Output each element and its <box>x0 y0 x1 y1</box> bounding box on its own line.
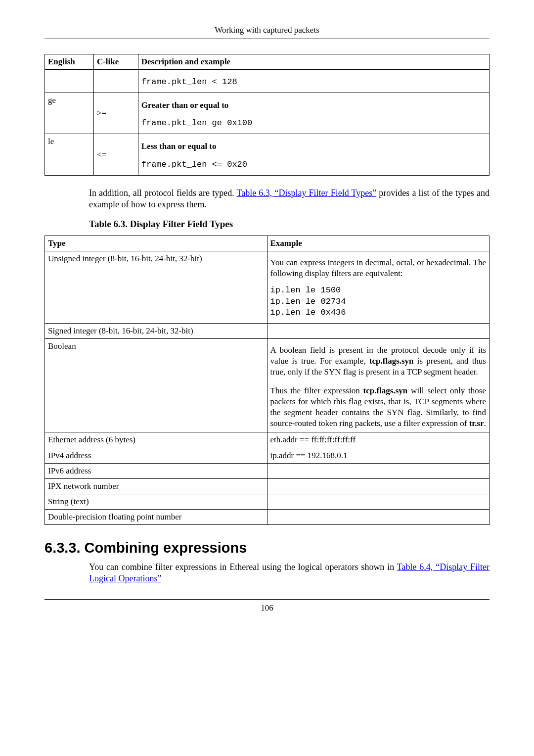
operator-label: Greater than or equal to <box>141 95 486 113</box>
page-number: 106 <box>44 603 490 614</box>
cell-type: Unsigned integer (8-bit, 16-bit, 24-bit,… <box>45 251 267 323</box>
section-6-3-3-heading: 6.3.3. Combining expressions <box>44 539 490 558</box>
boolean-para1: A boolean field is present in the protoc… <box>270 341 487 378</box>
bold-term: tr.sr <box>469 419 484 428</box>
table-row: ge >= Greater than or equal to frame.pkt… <box>45 93 490 134</box>
cell-example <box>267 509 490 524</box>
table-row: Ethernet address (6 bytes) eth.addr == f… <box>45 432 490 448</box>
cell-type: IPX network number <box>45 478 267 494</box>
cell-type: Double-precision floating point number <box>45 509 267 524</box>
cell-example <box>267 478 490 494</box>
cell-example: eth.addr == ff:ff:ff:ff:ff:ff <box>267 432 490 448</box>
cell-type: Boolean <box>45 338 267 432</box>
cell-description: Less than or equal to frame.pkt_len <= 0… <box>138 134 489 175</box>
cell-english: ge <box>45 93 94 134</box>
table-row: Double-precision floating point number <box>45 509 490 524</box>
table-6-3-caption: Table 6.3. Display Filter Field Types <box>89 218 490 231</box>
cell-clike: >= <box>93 93 138 134</box>
table-row: frame.pkt_len < 128 <box>45 70 490 93</box>
cell-example: You can express integers in decimal, oct… <box>267 251 490 323</box>
text-span: You can combine filter expressions in Et… <box>89 562 397 572</box>
cell-clike <box>93 70 138 93</box>
running-header: Working with captured packets <box>44 25 490 39</box>
code-example: frame.pkt_len < 128 <box>141 72 486 91</box>
header-rule <box>44 39 490 39</box>
table-row: IPv4 address ip.addr == 192.168.0.1 <box>45 448 490 463</box>
cell-type: Ethernet address (6 bytes) <box>45 432 267 448</box>
col-english: English <box>45 54 94 70</box>
cell-english <box>45 70 94 93</box>
table-row: Unsigned integer (8-bit, 16-bit, 24-bit,… <box>45 251 490 323</box>
footer-rule <box>44 599 490 600</box>
cell-example <box>267 494 490 509</box>
cell-example <box>267 463 490 478</box>
col-description: Description and example <box>138 54 489 70</box>
cell-description: frame.pkt_len < 128 <box>138 70 489 93</box>
operator-label: Less than or equal to <box>141 136 486 154</box>
code-example: ip.len le 1500 ip.len le 02734 ip.len le… <box>270 280 487 321</box>
cell-clike: <= <box>93 134 138 175</box>
cell-type: String (text) <box>45 494 267 509</box>
bold-term: tcp.flags.syn <box>363 386 408 395</box>
table-header-row: English C-like Description and example <box>45 54 490 70</box>
col-example: Example <box>267 236 490 251</box>
table-header-row: Type Example <box>45 236 490 251</box>
col-type: Type <box>45 236 267 251</box>
col-clike: C-like <box>93 54 138 70</box>
cell-description: Greater than or equal to frame.pkt_len g… <box>138 93 489 134</box>
section-paragraph: You can combine filter expressions in Et… <box>89 562 490 585</box>
cell-english: le <box>45 134 94 175</box>
table-row: IPv6 address <box>45 463 490 478</box>
table-row: le <= Less than or equal to frame.pkt_le… <box>45 134 490 175</box>
cell-type: Signed integer (8-bit, 16-bit, 24-bit, 3… <box>45 323 267 338</box>
code-example: frame.pkt_len ge 0x100 <box>141 113 486 132</box>
bold-term: tcp.flags.syn <box>369 356 414 366</box>
cell-example <box>267 323 490 338</box>
text-span: In addition, all protocol fields are typ… <box>89 188 236 198</box>
table-row: IPX network number <box>45 478 490 494</box>
example-text: You can express integers in decimal, oct… <box>270 253 487 280</box>
cell-example: A boolean field is present in the protoc… <box>267 338 490 432</box>
code-example: frame.pkt_len <= 0x20 <box>141 154 486 173</box>
table-row: Signed integer (8-bit, 16-bit, 24-bit, 3… <box>45 323 490 338</box>
table-6-3-link[interactable]: Table 6.3, “Display Filter Field Types” <box>236 188 376 198</box>
intro-paragraph: In addition, all protocol fields are typ… <box>89 188 490 211</box>
comparison-operators-table: English C-like Description and example f… <box>44 54 490 176</box>
cell-type: IPv4 address <box>45 448 267 463</box>
text-span: Thus the filter expression <box>270 386 363 395</box>
boolean-para2: Thus the filter expression tcp.flags.syn… <box>270 378 487 430</box>
field-types-table: Type Example Unsigned integer (8-bit, 16… <box>44 236 490 525</box>
text-span: . <box>484 419 486 428</box>
table-row: Boolean A boolean field is present in th… <box>45 338 490 432</box>
cell-type: IPv6 address <box>45 463 267 478</box>
cell-example: ip.addr == 192.168.0.1 <box>267 448 490 463</box>
table-row: String (text) <box>45 494 490 509</box>
